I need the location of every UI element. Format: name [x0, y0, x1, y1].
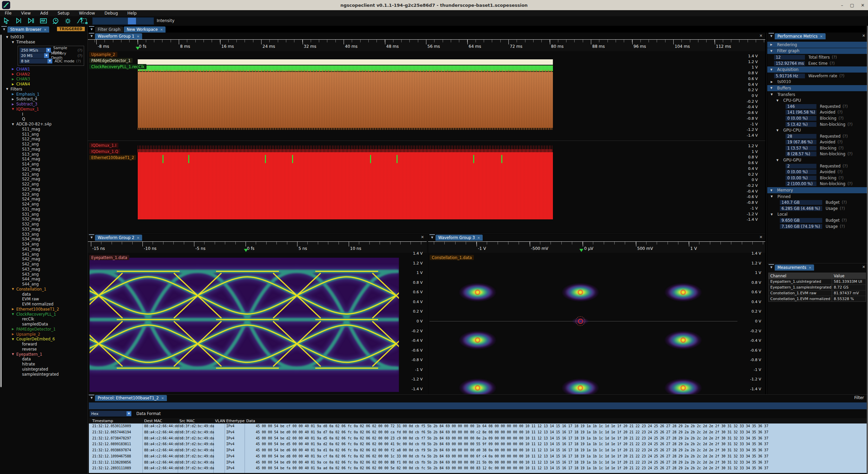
tree-item[interactable]: ▼ IQDemux_1	[3, 107, 87, 112]
tree-item[interactable]: ▶ Ethernet100baseT1_2	[3, 307, 87, 312]
tree-item[interactable]: S34_mag	[3, 237, 87, 242]
tree-arrow-icon[interactable]: ▼	[12, 338, 16, 341]
tree-arrow-icon[interactable]: ▼	[6, 36, 11, 39]
metric-row[interactable]: 28 Requested (?)	[767, 133, 867, 139]
tree-arrow-icon[interactable]: ▼	[775, 159, 780, 162]
tree-item[interactable]: S32_ang	[3, 222, 87, 227]
tree-arrow-icon[interactable]: ▼	[12, 123, 16, 126]
panel-menu-icon[interactable]: ▼	[769, 264, 774, 270]
tree-item[interactable]: S31_ang	[3, 212, 87, 217]
metric-row[interactable]: 8 (28.57 %) Non-blocking (?)	[767, 151, 867, 157]
workspace-tab[interactable]: New Workspace ✕	[124, 26, 166, 33]
tree-item[interactable]: S44_mag	[3, 277, 87, 282]
tab-close-icon[interactable]: ✕	[477, 236, 480, 240]
settings-gear-icon[interactable]	[64, 17, 72, 25]
measurement-row[interactable]: Eyepattern_1.samplesIntegrated 8.72 GS	[769, 284, 866, 290]
tree-item[interactable]: ▶ CHAN3	[3, 77, 87, 82]
metric-row[interactable]: ▶ ts0010	[767, 79, 867, 85]
tree-arrow-icon[interactable]: ▼	[12, 313, 16, 316]
tab-close-icon[interactable]: ✕	[44, 28, 46, 32]
tree-item[interactable]: data	[3, 292, 87, 297]
waveform-view-b[interactable]: IQDemux_1.IIQDemux_1.QEthernet100baseT1_…	[88, 140, 765, 234]
tree-arrow-icon[interactable]: ▶	[12, 98, 16, 101]
pointer-tool-icon[interactable]	[3, 17, 11, 25]
tree-item[interactable]: ▶ CHAN2	[3, 72, 87, 77]
tree-item[interactable]: ▼ Timebase	[3, 40, 87, 45]
tab-close-icon[interactable]: ✕	[820, 35, 823, 38]
signal-label[interactable]: Upsample_2	[89, 52, 117, 57]
tree-item[interactable]: S32_mag	[3, 217, 87, 222]
titlebar[interactable]: ngscopeclient v0.1.1-194-g2c25e86d7 - th…	[0, 0, 868, 10]
tree-arrow-icon[interactable]: ▶	[12, 78, 16, 81]
tree-item[interactable]: ▼ ADCB-20-82+.s4p	[3, 122, 87, 127]
time-ruler[interactable]: -15 ns-10 ns-5 ns0 fs5 ns10 ns	[88, 241, 427, 253]
metric-row[interactable]: 5.91716 Hz Waveform rate (?)	[767, 73, 867, 79]
tree-arrow-icon[interactable]: ▼	[775, 129, 780, 132]
tree-item[interactable]: S21_mag	[3, 167, 87, 172]
chevron-down-icon[interactable]: ▼	[46, 48, 51, 53]
metric-row[interactable]: 7.160 GB (74.19 %) Usage (?)	[767, 223, 867, 230]
dock-splitter[interactable]	[88, 394, 868, 395]
signal-label[interactable]: PAMEdgeDetector_1	[89, 58, 133, 63]
chevron-down-icon[interactable]: ▼	[47, 59, 52, 63]
metric-row[interactable]: 1 (3.57 %) Blocking (?)	[767, 145, 867, 151]
panel-menu-icon[interactable]: ▼	[1, 26, 7, 32]
tree-item[interactable]: Q	[3, 117, 87, 122]
signal-label[interactable]: ClockRecoveryPLL_1.recClk	[89, 64, 147, 69]
close-button[interactable]: ✕	[861, 3, 865, 8]
tree-item[interactable]: ▶ Subtract_4	[3, 97, 87, 102]
dock-splitter[interactable]	[88, 233, 765, 234]
fullscreen-icon[interactable]	[80, 17, 88, 25]
tree-item[interactable]: S42_mag	[3, 257, 87, 262]
metric-row[interactable]: ▼ GPU-CPU	[767, 127, 867, 133]
menu-item[interactable]: Add	[40, 11, 48, 16]
tree-item[interactable]: uisIntegrated	[3, 367, 87, 372]
tree-arrow-icon[interactable]: ▶	[769, 80, 774, 83]
menu-item[interactable]: View	[21, 11, 31, 16]
workspace-tab[interactable]: Filter Graph	[95, 26, 123, 33]
tree-item[interactable]: ▶ CHAN4	[3, 82, 87, 87]
metric-row[interactable]: 12 Total filters (?)	[767, 54, 867, 60]
signal-label[interactable]: IQDemux_1.Q	[89, 149, 120, 154]
tree-item[interactable]: EVM raw	[3, 297, 87, 302]
tree-item[interactable]: S14_mag	[3, 157, 87, 162]
tree-item[interactable]: ▶ PAMEdgeDetector_1	[3, 327, 87, 332]
tree-item[interactable]: S43_mag	[3, 267, 87, 272]
tree-arrow-icon[interactable]: ▼	[6, 87, 11, 91]
trigger-marker-icon[interactable]	[244, 249, 248, 252]
metric-row[interactable]: 9.650 GB Budget (?)	[767, 217, 867, 223]
tree-arrow-icon[interactable]: ▶	[12, 83, 16, 86]
waveform-view-a[interactable]: Upsample_2PAMEdgeDetector_1ClockRecovery…	[88, 51, 765, 140]
timebase-dropdown[interactable]: 20 MS ▼	[19, 53, 49, 58]
metric-row[interactable]: 5 (3.42 %) Non-blocking (?)	[767, 121, 867, 127]
metric-row[interactable]: ▼ Transfers	[767, 92, 867, 98]
tree-item[interactable]: ▶ CHAN1	[3, 67, 87, 72]
waveform-group-3-tab[interactable]: Waveform Group 3 ✕	[436, 235, 483, 241]
tree-arrow-icon[interactable]: ▼	[769, 50, 774, 53]
tree-arrow-icon[interactable]: ▼	[12, 353, 16, 356]
voltage-ruler[interactable]: -1 V-500 mV0 µV500 mV1 V	[428, 241, 765, 253]
performance-metrics-tab[interactable]: Performance Metrics ✕	[775, 33, 826, 39]
metric-row[interactable]: 2 Requested (?)	[767, 163, 867, 169]
menu-item[interactable]: Debug	[104, 11, 118, 16]
tree-arrow-icon[interactable]: ▶	[12, 308, 16, 311]
tree-item[interactable]: samplesIntegrated	[3, 372, 87, 377]
protocol-packet-row[interactable]: 21:32:12.0738478297 88:a4:c2:66:44:dd b8…	[89, 436, 867, 442]
y-axis[interactable]: 1.4 V1.2 V1 V0.8 V0.6 V0.4 V0.2 V0 V-0.2…	[402, 234, 423, 394]
tab-close-icon[interactable]: ✕	[137, 236, 139, 240]
panel-menu-icon[interactable]: ▼	[89, 234, 94, 240]
panel-menu-icon[interactable]: ▼	[429, 234, 435, 240]
metric-row[interactable]: ▼ Local	[767, 212, 867, 218]
metric-row[interactable]: 141 (96.58 %) Avoided (?)	[767, 110, 867, 116]
tree-item[interactable]: ▼ Filters	[3, 87, 87, 92]
tree-arrow-icon[interactable]: ▶	[12, 333, 16, 336]
tree-item[interactable]: S44_ang	[3, 282, 87, 287]
constellation-plot[interactable]: Constellation_1.data	[428, 253, 765, 393]
tree-item[interactable]: data	[3, 357, 87, 362]
panel-close-icon[interactable]: ✕	[759, 34, 763, 38]
protocol-packet-row[interactable]: 21:32:12.2893111089 88:a4:c2:66:44:dd b8…	[89, 466, 867, 472]
metric-row[interactable]: ▼ CPU-GPU	[767, 97, 867, 103]
dock-splitter[interactable]	[88, 26, 88, 474]
tree-arrow-icon[interactable]: ▼	[769, 86, 774, 90]
measurement-row[interactable]: Eyepattern_1.uisIntegrated 581.33933M UI	[769, 279, 866, 284]
